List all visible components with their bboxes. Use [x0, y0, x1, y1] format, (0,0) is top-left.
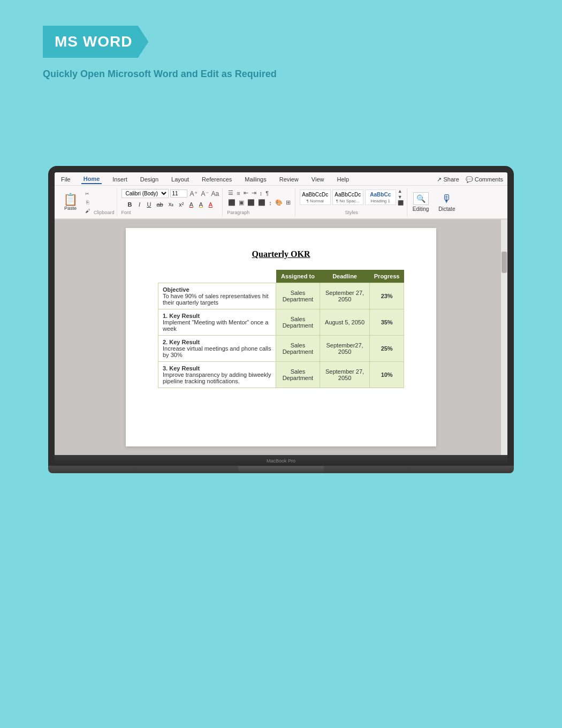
voice-section: 🎙 Dictate — [434, 188, 459, 216]
clipboard-group: 📋 Paste ✂ ⎘ 🖌 Clipboard — [58, 188, 117, 216]
row1-dept: Sales Department — [276, 309, 320, 336]
document-title: Quarterly OKR — [158, 249, 404, 259]
row0-label: Objective To have 90% of sales represent… — [158, 283, 276, 309]
align-left-icon[interactable]: ⬛ — [227, 199, 237, 207]
text-color-button[interactable]: A — [206, 200, 215, 209]
strikethrough-button[interactable]: ab — [154, 200, 165, 209]
header-progress: Progress — [370, 270, 404, 283]
row3-label: 3. Key Result Improve transparency by ad… — [158, 362, 276, 388]
share-button[interactable]: ↗ Share — [437, 176, 459, 183]
row3-deadline: September 27, 2050 — [320, 362, 369, 388]
sort-icon[interactable]: ↕ — [259, 189, 264, 197]
justify-icon[interactable]: ⬛ — [257, 199, 267, 207]
font-color-button[interactable]: A — [187, 200, 195, 209]
row1-label: 1. Key Result Implement "Meeting with Me… — [158, 309, 276, 336]
menu-review[interactable]: Review — [277, 175, 301, 184]
row2-deadline: September27, 2050 — [320, 336, 369, 362]
copy-button[interactable]: ⎘ — [82, 199, 92, 206]
comment-icon: 💬 — [466, 176, 473, 183]
okr-table: Assigned to Deadline Progress Objective — [158, 270, 404, 388]
font-shrink-button[interactable]: A⁻ — [200, 190, 210, 198]
menu-view[interactable]: View — [309, 175, 326, 184]
row3-progress: 10% — [370, 362, 404, 388]
laptop-hinge-bar: MacBook Pro — [55, 455, 507, 466]
numbered-list-icon[interactable]: ≡ — [236, 189, 241, 197]
menu-design[interactable]: Design — [138, 175, 161, 184]
superscript-button[interactable]: x² — [177, 200, 186, 209]
font-label: Font — [121, 209, 131, 215]
underline-button[interactable]: U — [145, 200, 153, 209]
subtitle: Quickly Open Microsoft Word and Edit as … — [43, 69, 277, 80]
row0-progress: 23% — [370, 283, 404, 309]
menu-insert[interactable]: Insert — [110, 175, 130, 184]
style-heading1-label: Heading 1 — [371, 199, 390, 203]
menu-help[interactable]: Help — [335, 175, 351, 184]
ms-word-banner: MS WORD — [43, 26, 148, 58]
format-painter-button[interactable]: 🖌 — [82, 207, 92, 215]
styles-group: AaBbCcDc ¶ Normal AaBbCcDc ¶ No Spac... … — [297, 188, 407, 216]
header-empty-cell — [158, 270, 276, 283]
style-normal-preview: AaBbCcDc — [302, 191, 328, 199]
paste-label: Paste — [64, 206, 77, 211]
row1-deadline: August 5, 2050 — [320, 309, 369, 336]
style-normal[interactable]: AaBbCcDc ¶ Normal — [300, 189, 331, 205]
scrollbar-thumb[interactable] — [502, 252, 507, 273]
subscript-button[interactable]: x₂ — [166, 200, 176, 209]
laptop-model-label: MacBook Pro — [267, 458, 295, 464]
styles-expand[interactable]: ⬛ — [398, 201, 404, 206]
shading-icon[interactable]: 🎨 — [274, 199, 284, 207]
row2-label: 2. Key Result Increase virtual meetings … — [158, 336, 276, 362]
list-indent-row: ☰ ≡ ⇤ ⇥ ↕ ¶ — [227, 189, 292, 197]
paste-icon: 📋 — [63, 194, 78, 206]
border-icon[interactable]: ⊞ — [285, 199, 292, 207]
paragraph-controls: ☰ ≡ ⇤ ⇥ ↕ ¶ ⬛ ▣ ⬛ ⬛ — [227, 189, 292, 207]
styles-scroll-down[interactable]: ▼ — [398, 195, 404, 200]
show-formatting-icon[interactable]: ¶ — [264, 189, 270, 197]
comments-label: Comments — [475, 176, 503, 183]
banner-text: MS WORD — [55, 33, 132, 50]
font-size-input[interactable] — [170, 189, 187, 198]
share-label: Share — [443, 176, 459, 183]
editing-section: 🔍 Editing — [408, 188, 434, 216]
laptop-trackpad — [238, 466, 324, 473]
increase-indent-icon[interactable]: ⇥ — [250, 189, 257, 197]
laptop-container: File Home Insert Design Layout Reference… — [48, 166, 514, 473]
styles-scroll-up[interactable]: ▲ — [398, 189, 404, 194]
font-selector-row: Calibri (Body) A⁺ A⁻ Aa — [121, 189, 219, 198]
document-page[interactable]: Quarterly OKR Assigned to Deadline Progr… — [126, 228, 436, 446]
table-row: 3. Key Result Improve transparency by ad… — [158, 362, 404, 388]
clipboard-label: Clipboard — [94, 210, 115, 215]
microphone-icon: 🎙 — [442, 193, 452, 205]
bullet-list-icon[interactable]: ☰ — [227, 189, 234, 197]
table-row: 2. Key Result Increase virtual meetings … — [158, 336, 404, 362]
laptop-base — [48, 466, 514, 473]
font-grow-button[interactable]: A⁺ — [189, 190, 199, 198]
menu-mailings[interactable]: Mailings — [242, 175, 268, 184]
menu-layout[interactable]: Layout — [169, 175, 191, 184]
font-case-button[interactable]: Aa — [211, 190, 219, 198]
decrease-indent-icon[interactable]: ⇤ — [242, 189, 249, 197]
cut-button[interactable]: ✂ — [82, 190, 92, 198]
menu-file[interactable]: File — [59, 175, 73, 184]
style-nospace[interactable]: AaBbCcDc ¶ No Spac... — [332, 189, 363, 205]
table-header-row: Assigned to Deadline Progress — [158, 270, 404, 283]
highlight-button[interactable]: A — [196, 200, 205, 209]
line-spacing-icon[interactable]: ↕ — [268, 199, 273, 207]
align-row: ⬛ ▣ ⬛ ⬛ ↕ 🎨 ⊞ — [227, 199, 292, 207]
align-center-icon[interactable]: ▣ — [238, 199, 245, 207]
paste-button[interactable]: 📋 Paste — [60, 189, 81, 215]
header-deadline: Deadline — [320, 270, 369, 283]
align-right-icon[interactable]: ⬛ — [246, 199, 256, 207]
font-format-row: B I U ab x₂ x² A A A — [125, 200, 215, 209]
search-box[interactable]: 🔍 — [413, 192, 429, 205]
row3-dept: Sales Department — [276, 362, 320, 388]
font-family-select[interactable]: Calibri (Body) — [121, 189, 169, 198]
bold-button[interactable]: B — [125, 200, 134, 209]
style-nospace-preview: AaBbCcDc — [335, 191, 361, 199]
menu-home[interactable]: Home — [81, 175, 102, 184]
menu-references[interactable]: References — [200, 175, 234, 184]
italic-button[interactable]: I — [135, 200, 143, 209]
style-heading1[interactable]: AaBbCc Heading 1 — [365, 189, 396, 205]
vertical-scrollbar[interactable] — [501, 219, 507, 455]
comments-button[interactable]: 💬 Comments — [466, 176, 503, 183]
